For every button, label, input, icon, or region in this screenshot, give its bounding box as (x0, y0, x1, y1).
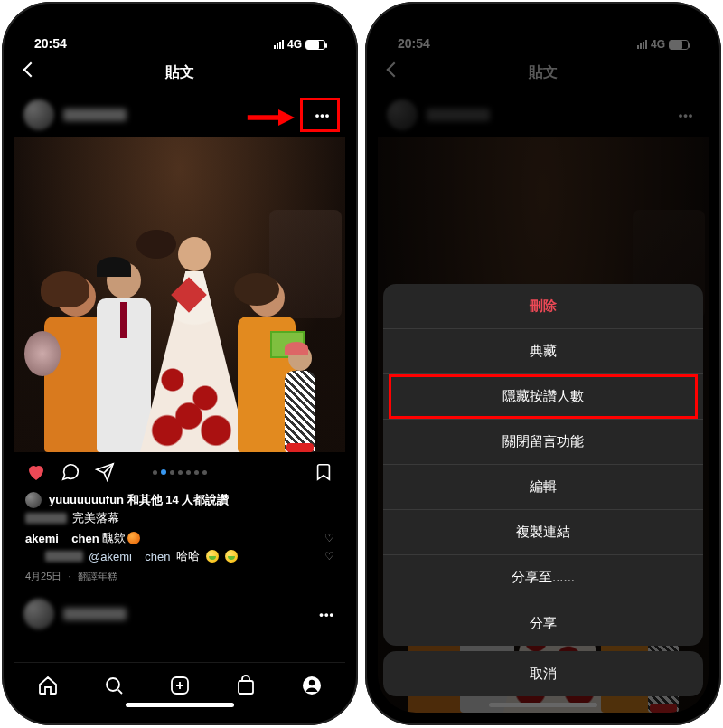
next-post-header (14, 596, 345, 632)
post-date: 4月25日 (25, 571, 61, 581)
avatar[interactable] (23, 99, 54, 130)
tab-create[interactable] (168, 674, 192, 697)
status-network: 4G (287, 38, 302, 51)
username[interactable] (63, 109, 127, 121)
avatar[interactable] (23, 599, 54, 629)
svg-marker-1 (278, 109, 295, 126)
caption-row: 完美落幕 (14, 508, 345, 526)
action-sheet-overlay[interactable]: 刪除 典藏 隱藏按讚人數 關閉留言功能 編輯 複製連結 分享至...... 分享… (378, 14, 709, 713)
tab-home[interactable] (36, 674, 60, 697)
home-indicator[interactable] (126, 703, 234, 707)
save-button[interactable] (313, 461, 334, 483)
notch (466, 14, 620, 38)
annotation-arrow-icon (246, 107, 295, 128)
sheet-archive[interactable]: 典藏 (383, 329, 703, 374)
svg-point-2 (107, 678, 119, 691)
svg-point-6 (309, 679, 315, 685)
comment-button[interactable] (60, 461, 81, 483)
emoji-laugh-icon (225, 550, 238, 563)
caption-username[interactable] (25, 513, 67, 524)
phone-left: 20:54 4G 貼文 (2, 2, 358, 725)
more-options-button[interactable] (319, 606, 334, 622)
translate-link[interactable]: 翻譯年糕 (78, 571, 117, 581)
comment-text: 醜欸 (102, 530, 126, 546)
battery-icon (305, 40, 325, 50)
reply-username[interactable] (45, 551, 83, 562)
reply-mention[interactable]: @akemi__chen (89, 550, 171, 563)
home-indicator[interactable] (489, 703, 597, 707)
nav-bar: 貼文 (14, 52, 345, 92)
sheet-cancel[interactable]: 取消 (383, 651, 703, 696)
comment-row[interactable]: akemi__chen 醜欸 ♡ (14, 526, 345, 546)
emoji-laugh-icon (206, 550, 219, 563)
phone-right: 20:54 4G 貼文 (365, 2, 721, 725)
sheet-close-comments[interactable]: 關閉留言功能 (383, 420, 703, 465)
sheet-copy-link[interactable]: 複製連結 (383, 510, 703, 555)
post-meta: 4月25日 · 翻譯年糕 (14, 564, 345, 583)
emoji-angry-icon (127, 532, 140, 544)
like-comment-button[interactable]: ♡ (324, 550, 334, 563)
liker-avatar (25, 492, 42, 508)
caption-text: 完美落幕 (72, 510, 119, 526)
status-time: 20:54 (34, 36, 67, 51)
notch (103, 14, 257, 38)
sheet-share[interactable]: 分享 (383, 600, 703, 646)
signal-icon (274, 40, 284, 49)
like-comment-button[interactable]: ♡ (324, 532, 334, 544)
tab-search[interactable] (102, 674, 126, 697)
sheet-backdrop[interactable] (378, 14, 709, 284)
svg-rect-4 (239, 681, 253, 694)
reply-row[interactable]: @akemi__chen 哈哈 ♡ (14, 546, 345, 564)
carousel-pager (153, 469, 207, 475)
nav-title: 貼文 (165, 63, 194, 82)
post-header (14, 92, 345, 137)
comment-username[interactable]: akemi__chen (25, 532, 99, 545)
post-actions (14, 452, 345, 492)
sheet-edit[interactable]: 編輯 (383, 465, 703, 510)
tab-shop[interactable] (234, 674, 258, 697)
action-sheet: 刪除 典藏 隱藏按讚人數 關閉留言功能 編輯 複製連結 分享至...... 分享 (383, 284, 703, 646)
sheet-hide-likes[interactable]: 隱藏按讚人數 (383, 374, 703, 420)
likes-row[interactable]: yuuuuuuufun 和其他 14 人都說讚 (14, 492, 345, 508)
post-photo[interactable] (14, 137, 345, 452)
reply-text: 哈哈 (176, 548, 200, 564)
sheet-share-to[interactable]: 分享至...... (383, 555, 703, 600)
tab-profile[interactable] (300, 674, 324, 697)
likes-text: yuuuuuuufun 和其他 14 人都說讚 (49, 492, 229, 508)
like-button[interactable] (25, 461, 47, 483)
sheet-delete[interactable]: 刪除 (383, 284, 703, 329)
back-button[interactable] (25, 64, 42, 80)
more-options-button[interactable] (309, 103, 336, 127)
username[interactable] (63, 608, 127, 620)
share-button[interactable] (94, 461, 116, 483)
